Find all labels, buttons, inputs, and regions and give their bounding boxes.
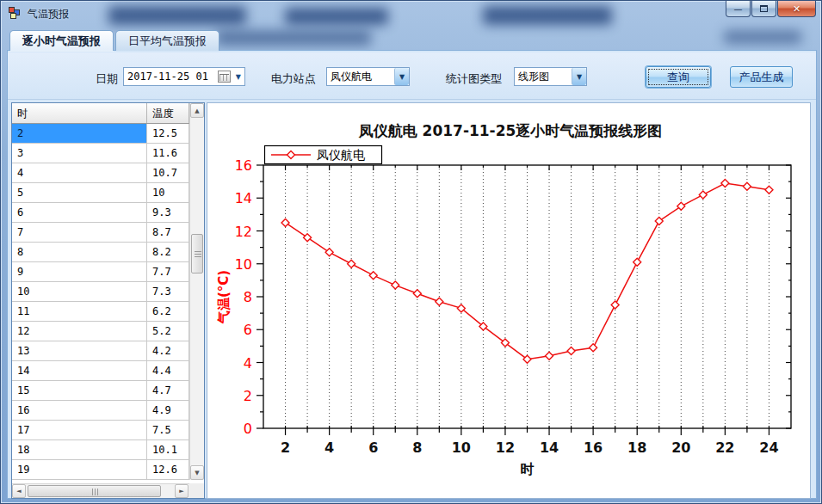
chart-type-dropdown-icon[interactable]: ▼	[572, 68, 586, 85]
temperature-cell[interactable]: 4.9	[147, 401, 189, 421]
svg-text:24: 24	[759, 439, 778, 456]
table-row[interactable]: 510	[12, 183, 204, 203]
svg-text:16: 16	[235, 157, 252, 174]
temperature-cell[interactable]: 9.3	[147, 203, 189, 223]
hour-cell[interactable]: 16	[12, 401, 147, 421]
table-row[interactable]: 1810.1	[12, 440, 204, 460]
svg-text:22: 22	[715, 439, 734, 456]
calendar-icon[interactable]	[218, 71, 231, 83]
hour-cell[interactable]: 15	[12, 381, 147, 401]
minimize-button[interactable]: —	[726, 1, 751, 17]
date-picker[interactable]: ▼	[123, 67, 245, 86]
table-row[interactable]: 154.7	[12, 381, 204, 401]
scroll-right-icon[interactable]: ►	[175, 484, 189, 498]
column-header-temp[interactable]: 温度	[147, 103, 189, 123]
table-row[interactable]: 177.5	[12, 421, 204, 440]
table-row[interactable]: 164.9	[12, 401, 204, 421]
table-row[interactable]: 311.6	[12, 144, 204, 163]
generate-button[interactable]: 产品生成	[730, 66, 793, 88]
svg-text:2: 2	[281, 439, 290, 456]
temperature-cell[interactable]: 4.2	[147, 341, 189, 361]
temperature-cell[interactable]: 4.7	[147, 381, 189, 401]
hour-cell[interactable]: 5	[12, 183, 147, 203]
hour-cell[interactable]: 7	[12, 223, 147, 243]
station-input[interactable]	[327, 68, 394, 85]
titlebar[interactable]: 气温预报 — ✕	[1, 1, 822, 27]
column-header-hour[interactable]: 时	[12, 103, 147, 123]
hour-cell[interactable]: 3	[12, 144, 147, 163]
hour-cell[interactable]: 18	[12, 440, 147, 460]
svg-text:8: 8	[412, 439, 422, 456]
table-row[interactable]: 144.4	[12, 361, 204, 381]
svg-text:14: 14	[235, 190, 252, 206]
table-row[interactable]: 69.3	[12, 203, 204, 223]
tab-daily-forecast[interactable]: 日平均气温预报	[115, 30, 219, 51]
hour-cell[interactable]: 6	[12, 203, 147, 223]
chart-panel: 凤仪航电 2017-11-25逐小时气温预报线形图246810121416182…	[207, 102, 811, 499]
temperature-cell[interactable]: 8.2	[147, 243, 189, 262]
temperature-cell[interactable]: 10.7	[147, 163, 189, 183]
vertical-scroll-thumb[interactable]	[191, 234, 203, 274]
temperature-cell[interactable]: 4.4	[147, 361, 189, 381]
table-body: 212.5311.6410.751069.378.788.297.7107.31…	[12, 124, 204, 480]
temperature-cell[interactable]: 6.2	[147, 302, 189, 322]
table-row[interactable]: 125.2	[12, 322, 204, 341]
horizontal-scrollbar[interactable]: ◄ ►	[12, 483, 189, 498]
temperature-cell[interactable]: 10.1	[147, 440, 189, 460]
thumb-grip	[95, 489, 96, 495]
horizontal-scroll-thumb[interactable]	[28, 485, 161, 497]
hour-cell[interactable]: 11	[12, 302, 147, 322]
table-row[interactable]: 134.2	[12, 341, 204, 361]
svg-text:18: 18	[627, 439, 646, 456]
titlebar-glass-blob	[108, 6, 246, 25]
hour-cell[interactable]: 12	[12, 322, 147, 341]
table-row[interactable]: 97.7	[12, 262, 204, 282]
svg-text:12: 12	[496, 439, 515, 456]
table-row[interactable]: 78.7	[12, 223, 204, 243]
table-row[interactable]: 410.7	[12, 163, 204, 183]
temperature-cell[interactable]: 12.6	[147, 460, 189, 480]
station-combobox[interactable]: ▼	[326, 67, 410, 86]
hour-cell[interactable]: 19	[12, 460, 147, 480]
svg-text:10: 10	[235, 256, 252, 273]
titlebar-glass-blob	[216, 30, 371, 46]
table-row[interactable]: 116.2	[12, 302, 204, 322]
hour-cell[interactable]: 2	[12, 124, 147, 144]
chart-type-combobox[interactable]: ▼	[514, 67, 587, 86]
scroll-left-icon[interactable]: ◄	[12, 484, 26, 498]
temperature-cell[interactable]: 8.7	[147, 223, 189, 243]
hour-cell[interactable]: 10	[12, 282, 147, 302]
vertical-scrollbar[interactable]: ▲ ▼	[189, 103, 204, 480]
hour-cell[interactable]: 9	[12, 262, 147, 282]
hour-cell[interactable]: 14	[12, 361, 147, 381]
hour-cell[interactable]: 17	[12, 421, 147, 440]
temperature-cell[interactable]: 7.3	[147, 282, 189, 302]
tab-hourly-forecast[interactable]: 逐小时气温预报	[9, 30, 114, 51]
station-dropdown-icon[interactable]: ▼	[394, 68, 409, 85]
table-row[interactable]: 212.5	[12, 124, 204, 144]
date-input[interactable]	[124, 68, 218, 85]
table-row[interactable]: 1912.6	[12, 460, 204, 480]
temperature-cell[interactable]: 12.5	[147, 124, 189, 144]
table-row[interactable]: 88.2	[12, 243, 204, 262]
table-row[interactable]: 107.3	[12, 282, 204, 302]
close-button[interactable]: ✕	[777, 1, 816, 17]
svg-text:凤仪航电 2017-11-25逐小时气温预报线形图: 凤仪航电 2017-11-25逐小时气温预报线形图	[358, 122, 663, 139]
svg-text:14: 14	[540, 439, 559, 456]
query-button[interactable]: 查询	[646, 66, 711, 88]
hour-cell[interactable]: 8	[12, 243, 147, 262]
temperature-cell[interactable]: 7.7	[147, 262, 189, 282]
date-dropdown-icon[interactable]: ▼	[232, 73, 244, 81]
scroll-up-icon[interactable]: ▲	[190, 103, 204, 118]
temperature-cell[interactable]: 5.2	[147, 322, 189, 341]
temperature-cell[interactable]: 7.5	[147, 421, 189, 440]
temperature-cell[interactable]: 10	[147, 183, 189, 203]
svg-text:凤仪航电: 凤仪航电	[317, 148, 365, 162]
hour-cell[interactable]: 4	[12, 163, 147, 183]
chart-type-input[interactable]	[515, 68, 572, 85]
scroll-down-icon[interactable]: ▼	[190, 465, 204, 480]
window-title: 气温预报	[28, 7, 69, 22]
maximize-button[interactable]	[751, 1, 776, 17]
temperature-cell[interactable]: 11.6	[147, 144, 189, 163]
hour-cell[interactable]: 13	[12, 341, 147, 361]
